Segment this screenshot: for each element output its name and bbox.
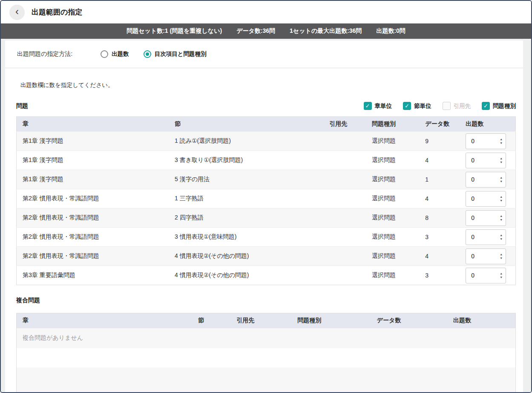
data-count-cell: 4 xyxy=(419,151,460,170)
question-count-input[interactable]: 0▲▼ xyxy=(466,172,506,188)
citation-cell xyxy=(323,266,366,285)
citation-cell xyxy=(323,228,366,247)
spinner-down-icon[interactable]: ▼ xyxy=(500,218,503,221)
chapter-cell: 第3章 重要語彙問題 xyxy=(17,266,169,285)
filter-chapter-unit[interactable]: ✓ 章単位 xyxy=(364,102,392,110)
spinner-down-icon[interactable]: ▼ xyxy=(500,276,503,279)
compound-table: 章 節 引用先 問題種別 データ数 出題数 複合問題がありません xyxy=(16,313,516,392)
radio-icon xyxy=(144,50,151,58)
spinner-up-icon[interactable]: ▲ xyxy=(500,253,503,256)
citation-cell xyxy=(323,247,366,266)
blank-row xyxy=(17,348,516,367)
spinner-arrows: ▲▼ xyxy=(500,253,503,260)
spinner-up-icon[interactable]: ▲ xyxy=(500,176,503,179)
checkbox-icon: ✓ xyxy=(403,102,411,110)
spinner-down-icon[interactable]: ▼ xyxy=(500,142,503,144)
section-cell: 1 読み①(選択肢問題) xyxy=(169,132,323,151)
page-header: ‹ 出題範囲の指定 xyxy=(1,1,531,23)
spinner-down-icon[interactable]: ▼ xyxy=(500,257,503,260)
question-count-cell: 0▲▼ xyxy=(460,189,515,208)
back-button[interactable]: ‹ xyxy=(9,5,25,20)
page-title: 出題範囲の指定 xyxy=(32,7,82,17)
spinner-down-icon[interactable]: ▼ xyxy=(500,199,503,202)
stat-set-count: 問題セット数:1 (問題を重複しない) xyxy=(127,27,222,35)
filter-label: 章単位 xyxy=(375,102,392,110)
filter-section-unit[interactable]: ✓ 節単位 xyxy=(403,102,431,110)
spinner-up-icon[interactable]: ▲ xyxy=(500,157,503,160)
count-value: 0 xyxy=(471,157,474,164)
section-cell: 4 慣用表現②(その他の問題) xyxy=(169,247,323,266)
count-value: 0 xyxy=(471,195,474,202)
spinner-down-icon[interactable]: ▼ xyxy=(500,180,503,183)
question-count-input[interactable]: 0▲▼ xyxy=(466,153,506,168)
type-cell: 選択問題 xyxy=(366,208,419,228)
instruction-text: 出題数欄に数を指定してください。 xyxy=(16,68,516,89)
spinner-arrows: ▲▼ xyxy=(500,272,503,279)
filter-checkboxes: ✓ 章単位 ✓ 節単位 ✓ 引用先 ✓ 問題種別 xyxy=(364,102,516,110)
spinner-arrows: ▲▼ xyxy=(500,176,503,183)
table-header-row: 章 節 引用先 問題種別 データ数 出題数 xyxy=(17,313,516,328)
question-count-input[interactable]: 0▲▼ xyxy=(466,191,506,207)
question-count-cell: 0▲▼ xyxy=(460,266,515,285)
spinner-arrows: ▲▼ xyxy=(500,234,503,240)
radio-icon xyxy=(101,50,108,58)
method-label: 出題問題の指定方法: xyxy=(17,50,72,58)
col-header-type: 問題種別 xyxy=(291,313,371,328)
col-header-question-count: 出題数 xyxy=(447,313,516,328)
col-header-question-count: 出題数 xyxy=(460,117,515,132)
chapter-cell: 第2章 慣用表現・常識語問題 xyxy=(17,208,169,228)
spinner-up-icon[interactable]: ▲ xyxy=(500,234,503,237)
table-row: 第3章 重要語彙問題4 慣用表現②(その他の問題)選択問題30▲▼ xyxy=(17,266,516,285)
spinner-down-icon[interactable]: ▼ xyxy=(500,161,503,164)
type-cell: 選択問題 xyxy=(366,247,419,266)
type-cell: 選択問題 xyxy=(366,228,419,247)
radio-toc-and-type[interactable]: 目次項目と問題種別 xyxy=(144,50,207,58)
col-header-citation: 引用先 xyxy=(230,313,291,328)
stats-bar: 問題セット数:1 (問題を重複しない) データ数:36問 1セットの最大出題数:… xyxy=(1,23,531,39)
question-count-input[interactable]: 0▲▼ xyxy=(466,249,506,264)
stat-max-per-set: 1セットの最大出題数:36問 xyxy=(290,27,362,35)
main-panel: 出題問題の指定方法: 出題数 目次項目と問題種別 出題数欄に数を指定してください… xyxy=(5,40,523,392)
empty-state-message: 複合問題がありません xyxy=(17,328,516,348)
citation-cell xyxy=(323,151,366,170)
filter-label: 節単位 xyxy=(414,102,431,110)
table-row: 第1章 漢字問題3 書き取り①(選択肢問題)選択問題40▲▼ xyxy=(17,151,516,170)
filter-label: 引用先 xyxy=(454,102,471,110)
blank-row xyxy=(17,367,516,393)
spinner-arrows: ▲▼ xyxy=(500,195,503,202)
method-selector: 出題問題の指定方法: 出題数 目次項目と問題種別 xyxy=(5,40,523,68)
question-count-input[interactable]: 0▲▼ xyxy=(466,229,506,245)
question-count-cell: 0▲▼ xyxy=(460,228,515,247)
type-cell: 選択問題 xyxy=(366,170,419,189)
col-header-type: 問題種別 xyxy=(366,117,419,132)
chapter-cell: 第2章 慣用表現・常識語問題 xyxy=(17,189,169,208)
data-count-cell: 1 xyxy=(419,170,460,189)
spinner-up-icon[interactable]: ▲ xyxy=(500,195,503,198)
radio-question-count[interactable]: 出題数 xyxy=(101,50,129,58)
citation-cell xyxy=(323,170,366,189)
chapter-cell: 第2章 慣用表現・常識語問題 xyxy=(17,247,169,266)
questions-section-title: 問題 xyxy=(16,102,28,110)
spinner-down-icon[interactable]: ▼ xyxy=(500,237,503,240)
question-count-input[interactable]: 0▲▼ xyxy=(466,268,506,283)
table-row: 第1章 漢字問題5 漢字の用法選択問題10▲▼ xyxy=(17,170,516,189)
chapter-cell: 第1章 漢字問題 xyxy=(17,170,169,189)
filter-label: 問題種別 xyxy=(493,102,516,110)
question-count-input[interactable]: 0▲▼ xyxy=(466,210,506,226)
spinner-up-icon[interactable]: ▲ xyxy=(500,138,503,141)
question-count-cell: 0▲▼ xyxy=(460,247,515,266)
type-cell: 選択問題 xyxy=(366,189,419,208)
spinner-arrows: ▲▼ xyxy=(500,138,503,144)
question-count-input[interactable]: 0▲▼ xyxy=(466,133,506,149)
count-value: 0 xyxy=(471,234,474,240)
section-cell: 1 三字熟語 xyxy=(169,189,323,208)
data-count-cell: 9 xyxy=(419,132,460,151)
spinner-up-icon[interactable]: ▲ xyxy=(500,272,503,275)
radio-label: 目次項目と問題種別 xyxy=(155,50,207,58)
checkbox-icon: ✓ xyxy=(482,102,490,110)
questions-section-head: 問題 ✓ 章単位 ✓ 節単位 ✓ 引用先 ✓ xyxy=(16,102,516,110)
spinner-up-icon[interactable]: ▲ xyxy=(500,214,503,217)
filter-citation[interactable]: ✓ 引用先 xyxy=(443,102,471,110)
empty-state-row: 複合問題がありません xyxy=(17,328,516,348)
filter-question-type[interactable]: ✓ 問題種別 xyxy=(482,102,516,110)
